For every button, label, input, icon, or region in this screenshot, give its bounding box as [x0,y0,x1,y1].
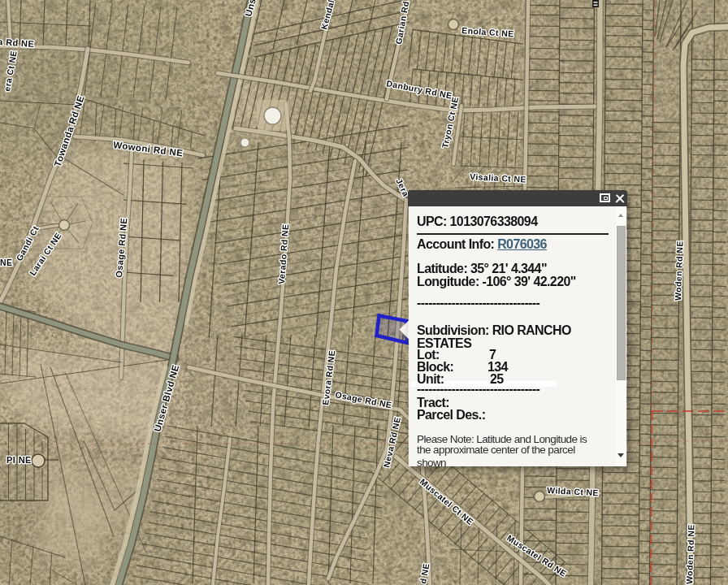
svg-text:Woden Rd NE: Woden Rd NE [684,524,696,584]
svg-text:PI NE: PI NE [6,455,32,465]
svg-text:Woden Rd NE: Woden Rd NE [673,240,685,301]
svg-text:NE: NE [0,258,12,267]
